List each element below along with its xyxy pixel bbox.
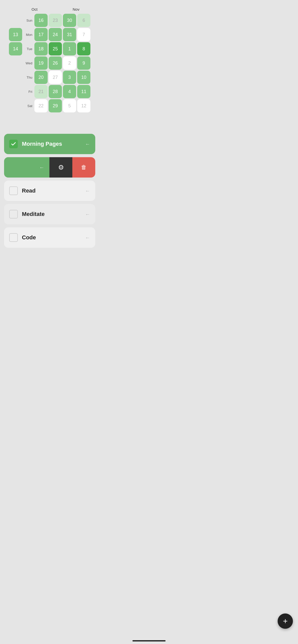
row-label-wed: Wed	[20, 56, 33, 70]
habit-arrow-morning-pages: ←	[85, 141, 90, 147]
cal-cell-thu-1[interactable]: 27	[49, 71, 62, 84]
cal-cell-sun-3[interactable]: 6	[77, 14, 90, 27]
cal-cell-mon-3[interactable]: 7	[77, 28, 90, 41]
cal-cell-sun-2[interactable]: 30	[63, 14, 76, 27]
cal-cell-sun-0[interactable]: 16	[34, 14, 48, 27]
checkbox-meditate[interactable]	[9, 210, 18, 218]
habit-name-meditate: Meditate	[22, 211, 45, 217]
habit-left-code: Code	[9, 233, 36, 242]
habit-arrow-read: ←	[85, 188, 90, 194]
cal-cell-sat-3[interactable]: 12	[77, 99, 90, 112]
cal-cell-wed-3[interactable]: 9	[77, 56, 90, 70]
habit-meditate[interactable]: Meditate ←	[4, 204, 95, 224]
habits-section: Morning Pages ← ← ⚙ 🗑 Read ← Meditate ←	[4, 134, 95, 248]
row-label-tue: Tue	[20, 42, 33, 55]
habit-morning-pages[interactable]: Morning Pages ←	[4, 134, 95, 154]
swipe-settings-button[interactable]: ⚙	[49, 157, 72, 178]
cal-cell-sat-4	[9, 113, 22, 127]
checkbox-morning-pages[interactable]	[9, 140, 18, 148]
cal-cell-sat-0[interactable]: 22	[34, 99, 48, 112]
cal-cell-sat-1[interactable]: 29	[49, 99, 62, 112]
calendar-section: Oct x Nov Sun162330613Mon172431714Tue182…	[0, 0, 99, 127]
trash-icon: 🗑	[81, 164, 87, 171]
row-label-thu: Thu	[20, 71, 33, 84]
nov-label: Nov	[73, 7, 79, 11]
row-label-sat: Sat	[20, 99, 33, 112]
swipe-green-area: ←	[4, 157, 49, 178]
cal-cell-fri-0[interactable]: 21	[34, 85, 48, 98]
habit-name-read: Read	[22, 187, 36, 194]
cal-cell-sun-1[interactable]: 23	[49, 14, 62, 27]
cal-cell-tue-0[interactable]: 18	[34, 42, 48, 55]
cal-cell-thu-2[interactable]: 3	[63, 71, 76, 84]
swipe-arrow-icon: ←	[39, 165, 44, 170]
cal-cell-fri-3[interactable]: 11	[77, 85, 90, 98]
habit-arrow-code: ←	[85, 235, 90, 241]
cal-cell-tue-1[interactable]: 25	[49, 42, 62, 55]
swipe-actions-morning-pages: ← ⚙ 🗑	[4, 157, 95, 178]
cal-cell-tue-2[interactable]: 1	[63, 42, 76, 55]
habit-name-morning-pages: Morning Pages	[22, 141, 62, 147]
cal-cell-fri-2[interactable]: 4	[63, 85, 76, 98]
row-label-sun: Sun	[20, 14, 33, 27]
checkbox-code[interactable]	[9, 233, 18, 242]
cal-cell-sat-2[interactable]: 5	[63, 99, 76, 112]
cal-cell-mon-0[interactable]: 17	[34, 28, 48, 41]
cal-cell-tue-3[interactable]: 8	[77, 42, 90, 55]
habit-read[interactable]: Read ←	[4, 181, 95, 201]
gear-icon: ⚙	[58, 164, 64, 171]
cal-cell-mon-2[interactable]: 31	[63, 28, 76, 41]
habit-code[interactable]: Code ←	[4, 227, 95, 248]
oct-label: Oct	[32, 7, 37, 11]
calendar-grid: Sun162330613Mon172431714Tue182518Wed1926…	[9, 14, 90, 127]
cal-cell-wed-1[interactable]: 26	[49, 56, 62, 70]
cal-cell-mon-1[interactable]: 24	[49, 28, 62, 41]
habit-left-meditate: Meditate	[9, 210, 45, 218]
cal-cell-thu-0[interactable]: 20	[34, 71, 48, 84]
cal-cell-wed-2[interactable]: 2	[63, 56, 76, 70]
row-label-fri: Fri	[20, 85, 33, 98]
calendar-corner	[9, 14, 19, 27]
row-label-mon: Mon	[20, 28, 33, 41]
cal-cell-fri-1[interactable]: 28	[49, 85, 62, 98]
checkbox-read[interactable]	[9, 186, 18, 195]
habit-left-read: Read	[9, 186, 36, 195]
swipe-delete-button[interactable]: 🗑	[72, 157, 95, 178]
habit-arrow-meditate: ←	[85, 211, 90, 217]
cal-cell-thu-3[interactable]: 10	[77, 71, 90, 84]
cal-cell-wed-0[interactable]: 19	[34, 56, 48, 70]
habit-name-code: Code	[22, 234, 36, 241]
habit-left: Morning Pages	[9, 140, 62, 148]
